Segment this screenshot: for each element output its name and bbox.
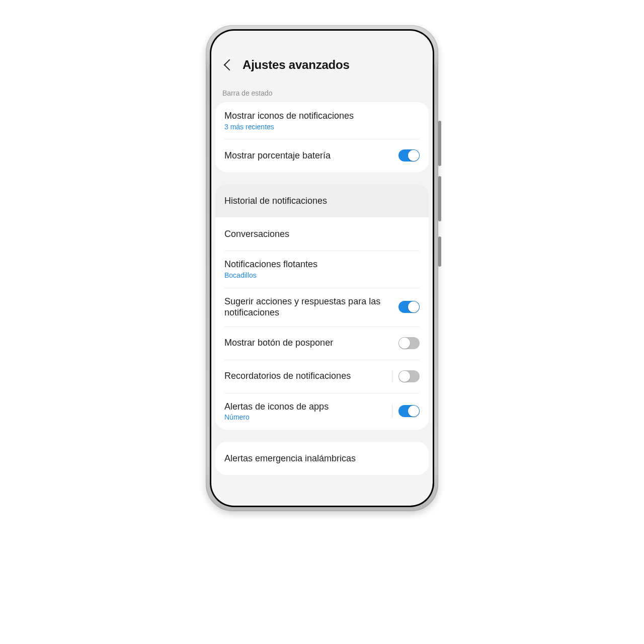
app-header: Ajustes avanzados (211, 31, 433, 86)
toggle-notification-reminders[interactable] (398, 370, 420, 382)
row-app-icon-badges[interactable]: Alertas de iconos de apps Número (215, 393, 429, 430)
row-title: Recordatorios de notificaciones (224, 370, 392, 382)
row-title: Conversaciones (224, 228, 420, 240)
row-subtitle: 3 más recientes (224, 123, 420, 131)
row-title: Notificaciones flotantes (224, 259, 420, 270)
row-title: Historial de notificaciones (224, 195, 420, 207)
row-title: Sugerir acciones y respuestas para las n… (224, 296, 398, 318)
row-notification-reminders[interactable]: Recordatorios de notificaciones (215, 360, 429, 393)
row-title: Mostrar porcentaje batería (224, 150, 398, 162)
card-notifications: Historial de notificaciones Conversacion… (215, 184, 429, 430)
page-title: Ajustes avanzados (243, 58, 350, 72)
card-status-bar: Mostrar iconos de notificaciones 3 más r… (215, 102, 429, 172)
separator (392, 405, 392, 418)
row-title: Mostrar iconos de notificaciones (224, 110, 420, 122)
row-show-notification-icons[interactable]: Mostrar iconos de notificaciones 3 más r… (215, 102, 429, 139)
row-show-snooze[interactable]: Mostrar botón de posponer (215, 327, 429, 360)
toggle-show-snooze[interactable] (398, 337, 420, 349)
screen: Ajustes avanzados Barra de estado Mostra… (211, 31, 433, 506)
row-wireless-emergency-alerts[interactable]: Alertas emergencia inalámbricas (215, 442, 429, 475)
side-button (438, 236, 441, 267)
row-floating-notifications[interactable]: Notificaciones flotantes Bocadillos (215, 251, 429, 287)
row-title: Alertas de iconos de apps (224, 401, 392, 413)
row-conversations[interactable]: Conversaciones (215, 217, 429, 251)
toggle-suggest-actions[interactable] (398, 301, 420, 313)
separator (392, 370, 392, 383)
side-button (438, 176, 441, 221)
row-subtitle: Número (224, 413, 392, 422)
row-title: Alertas emergencia inalámbricas (224, 453, 420, 464)
toggle-app-icon-badges[interactable] (398, 405, 420, 417)
phone-frame: Ajustes avanzados Barra de estado Mostra… (206, 25, 438, 511)
card-emergency: Alertas emergencia inalámbricas (215, 442, 429, 475)
row-show-battery-percent[interactable]: Mostrar porcentaje batería (215, 139, 429, 172)
row-subtitle: Bocadillos (224, 271, 420, 280)
section-label-status-bar: Barra de estado (211, 86, 433, 102)
row-suggest-actions[interactable]: Sugerir acciones y respuestas para las n… (215, 288, 429, 327)
toggle-show-battery-percent[interactable] (398, 149, 420, 162)
side-button (438, 121, 441, 166)
row-notification-history[interactable]: Historial de notificaciones (215, 184, 429, 217)
back-icon[interactable] (224, 59, 235, 71)
row-title: Mostrar botón de posponer (224, 337, 398, 349)
